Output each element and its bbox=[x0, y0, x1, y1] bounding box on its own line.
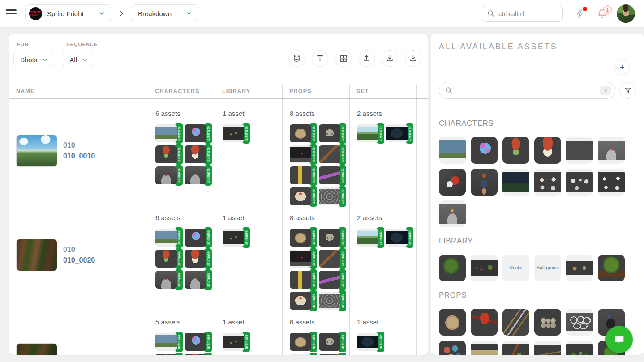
asset-thumbnail-purple-prop[interactable]: animate bbox=[319, 271, 347, 289]
asset-thumbnail-radio[interactable]: animate bbox=[290, 354, 318, 355]
asset-thumbnail-cans[interactable]: animate bbox=[319, 229, 347, 247]
asset-thumbnail-radio[interactable]: animate bbox=[290, 250, 318, 268]
column-header-library[interactable]: LIBRARY bbox=[215, 85, 282, 98]
shot-thumbnail[interactable] bbox=[16, 239, 57, 271]
asset-thumbnail-set-night[interactable]: animate bbox=[386, 124, 414, 142]
asset-search-input[interactable] bbox=[456, 87, 599, 94]
asset-tile-woman[interactable] bbox=[471, 169, 498, 196]
asset-tile-backpack[interactable] bbox=[439, 309, 466, 336]
asset-thumbnail-backpack[interactable]: animate bbox=[290, 124, 318, 142]
asset-tile-boombox[interactable] bbox=[471, 341, 498, 355]
asset-tile-ropes[interactable] bbox=[439, 341, 466, 355]
asset-thumbnail-butterfly[interactable]: animate bbox=[185, 124, 212, 142]
asset-thumbnail-bird[interactable]: animate bbox=[155, 124, 183, 142]
asset-thumbnail-stage-figure[interactable]: animate bbox=[155, 271, 183, 289]
asset-thumbnail-stage-figure[interactable]: animate bbox=[155, 166, 183, 184]
asset-thumbnail-purple-prop[interactable]: animate bbox=[319, 166, 347, 184]
asset-thumbnail-web[interactable]: animate bbox=[319, 292, 347, 310]
asset-thumbnail-set-night[interactable]: animate bbox=[357, 333, 385, 351]
global-search-input[interactable] bbox=[498, 10, 552, 17]
breakdown-cell-library[interactable]: 1 asset animate bbox=[215, 307, 282, 355]
breakdown-cell-characters[interactable]: 6 assets animate animate animate bbox=[148, 203, 215, 307]
asset-thumbnail-plants-dark[interactable]: animate bbox=[223, 229, 250, 247]
asset-thumbnail-cans[interactable]: animate bbox=[319, 333, 347, 351]
asset-thumbnail-set-day[interactable]: animate bbox=[357, 229, 385, 247]
asset-thumbnail-chips[interactable]: animate bbox=[290, 292, 318, 310]
asset-thumbnail-bird[interactable]: animate bbox=[155, 333, 183, 351]
asset-thumbnail-lighter[interactable]: animate bbox=[290, 166, 318, 184]
global-search[interactable] bbox=[482, 5, 563, 22]
asset-tile-night-hills[interactable] bbox=[502, 169, 529, 196]
menu-icon[interactable] bbox=[6, 9, 17, 17]
asset-tile-rocks[interactable]: Rocks bbox=[502, 255, 529, 281]
asset-thumbnail-radio[interactable]: animate bbox=[290, 145, 318, 163]
asset-search[interactable]: x bbox=[439, 82, 615, 99]
column-header-name[interactable]: NAME bbox=[9, 88, 148, 98]
asset-tile-mushroom-kid[interactable] bbox=[502, 137, 529, 164]
export-button[interactable] bbox=[358, 50, 375, 67]
asset-tile-plants-green[interactable] bbox=[566, 341, 593, 355]
breakdown-cell-characters[interactable]: 6 assets animate animate animate bbox=[148, 99, 215, 203]
asset-thumbnail-slingshot[interactable]: animate bbox=[319, 250, 347, 268]
breakdown-cell-library[interactable]: 1 asset animate bbox=[215, 203, 282, 307]
asset-tile-mushroom-head[interactable] bbox=[534, 137, 561, 164]
breakdown-cell-library[interactable]: 1 asset animate bbox=[215, 99, 282, 203]
asset-thumbnail-set-day[interactable]: animate bbox=[357, 124, 385, 142]
import-button[interactable] bbox=[405, 50, 421, 67]
asset-tile-mushrooms-strip[interactable] bbox=[566, 255, 593, 281]
asset-thumbnail-backpack[interactable]: animate bbox=[290, 229, 318, 247]
shot-thumbnail[interactable] bbox=[16, 343, 57, 355]
asset-tile-dark-empty[interactable] bbox=[566, 137, 593, 164]
asset-tile-insects-sketch[interactable] bbox=[598, 169, 625, 196]
asset-tile-stage-red[interactable] bbox=[598, 137, 625, 164]
chat-button[interactable] bbox=[605, 326, 633, 353]
asset-thumbnail-plants-dark[interactable]: animate bbox=[223, 124, 250, 142]
asset-tile-butterfly[interactable] bbox=[471, 137, 498, 164]
asset-thumbnail-slingshot[interactable]: animate bbox=[319, 354, 347, 355]
filter-button[interactable] bbox=[619, 82, 636, 99]
asset-tile-tree-big[interactable] bbox=[598, 255, 625, 281]
asset-thumbnail-butterfly[interactable]: animate bbox=[185, 229, 212, 247]
sequence-dropdown[interactable]: All bbox=[63, 51, 94, 68]
add-asset-button[interactable]: + bbox=[614, 60, 630, 75]
asset-tile-stick[interactable] bbox=[534, 341, 561, 355]
asset-thumbnail-mushroom-kid[interactable]: animate bbox=[155, 145, 183, 163]
asset-thumbnail-web[interactable]: animate bbox=[319, 187, 347, 205]
user-avatar[interactable] bbox=[617, 4, 635, 23]
column-header-props[interactable]: PROPS bbox=[282, 85, 349, 98]
column-header-set[interactable]: SET bbox=[349, 85, 416, 98]
density-button[interactable] bbox=[288, 50, 305, 67]
asset-thumbnail-slingshot[interactable]: animate bbox=[319, 145, 347, 163]
download-button[interactable] bbox=[382, 50, 398, 67]
asset-tile-bird-wide[interactable] bbox=[439, 137, 466, 164]
asset-tile-tree-dark[interactable] bbox=[439, 255, 466, 281]
notifications-button[interactable]: 1 bbox=[597, 7, 608, 20]
asset-thumbnail-mushroom-kid[interactable]: animate bbox=[155, 354, 183, 355]
breakdown-cell-props[interactable]: 6 assets animate animate animate bbox=[282, 307, 349, 355]
grid-view-button[interactable] bbox=[335, 50, 352, 67]
asset-tile-rings[interactable] bbox=[566, 309, 593, 336]
asset-thumbnail-mushroom-kid[interactable]: animate bbox=[155, 250, 183, 268]
asset-thumbnail-mushroom-head[interactable]: animate bbox=[185, 145, 212, 163]
text-size-button[interactable] bbox=[312, 50, 328, 67]
asset-tile-ladybug[interactable] bbox=[439, 169, 466, 196]
shot-thumbnail[interactable] bbox=[16, 135, 57, 167]
asset-thumbnail-butterfly[interactable]: animate bbox=[185, 333, 212, 351]
asset-tile-plants-strip[interactable] bbox=[471, 255, 498, 281]
asset-tile-stage-fairy[interactable] bbox=[439, 200, 466, 227]
clear-search-button[interactable]: x bbox=[600, 86, 611, 95]
breakdown-cell-props[interactable]: 8 assets animate animate animate bbox=[282, 203, 349, 307]
breakdown-cell-characters[interactable]: 5 assets animate animate animate bbox=[148, 307, 215, 355]
breakdown-cell-set[interactable]: 2 assets animate animate bbox=[349, 203, 416, 307]
quick-actions-button[interactable] bbox=[575, 8, 587, 19]
asset-thumbnail-cans[interactable]: animate bbox=[319, 124, 347, 142]
column-header-characters[interactable]: CHARACTERS bbox=[148, 85, 215, 98]
asset-thumbnail-bird[interactable]: animate bbox=[155, 229, 183, 247]
asset-tile-bbq-tools[interactable] bbox=[502, 309, 529, 336]
asset-thumbnail-mushroom-head[interactable]: animate bbox=[185, 250, 212, 268]
asset-tile-grill[interactable] bbox=[471, 309, 498, 336]
breakdown-cell-set[interactable]: 1 asset animate bbox=[349, 307, 416, 355]
asset-thumbnail-mushroom-head[interactable]: animate bbox=[185, 354, 212, 355]
project-selector[interactable]: SPRITE FRIGHT Sprite Fright bbox=[25, 4, 111, 22]
breakdown-cell-set[interactable]: 2 assets animate animate bbox=[349, 99, 416, 203]
